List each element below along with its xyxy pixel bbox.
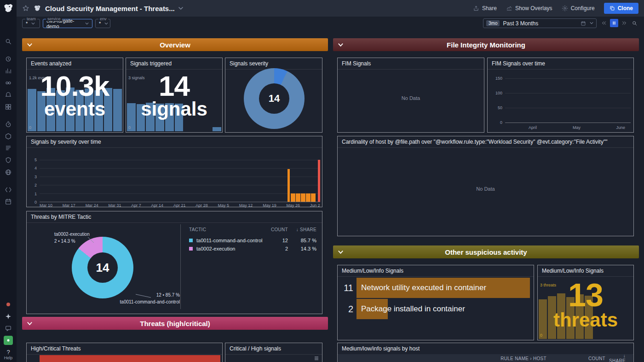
legend-row-execution[interactable]: ta0002-execution 2 14.3 %	[189, 245, 316, 253]
integrations-icon[interactable]	[0, 101, 17, 113]
ci-cd-icon[interactable]	[0, 184, 17, 196]
section-header-overview[interactable]: Overview	[22, 38, 328, 51]
toplist-bar-high-critical[interactable]	[40, 355, 220, 362]
widget-title: Signals triggered	[126, 58, 222, 70]
history-icon[interactable]	[0, 53, 17, 65]
time-controls	[600, 19, 638, 27]
toplist-rows: 11 Network utility executed in container…	[338, 278, 530, 320]
title-caret-icon[interactable]	[178, 7, 183, 10]
sparkles-icon[interactable]	[0, 310, 17, 322]
widget-threats-by-mitre-tactic[interactable]: Threats by MITRE Tactic 14 ta0002-execut…	[26, 211, 322, 314]
no-data-message: No Data	[338, 95, 484, 101]
series-swatch	[189, 247, 193, 251]
widget-medium-low-info-signals-value[interactable]: Medium/Low/Info Signals 3 threats 13 thr…	[537, 265, 634, 340]
favorite-star-icon[interactable]	[22, 5, 29, 12]
team-variable-select[interactable]: team *	[22, 19, 40, 28]
y-axis-labels: 543210	[27, 158, 37, 204]
severity-time-plot[interactable]	[40, 160, 320, 202]
widget-title: Medium/Low/Info Signals	[338, 265, 534, 277]
next-timeframe-icon[interactable]	[620, 19, 628, 27]
service-variable-select[interactable]: service cws-fargate-demo	[43, 19, 92, 28]
gear-icon	[562, 5, 568, 12]
chevron-down-icon	[31, 23, 35, 25]
widget-medium-low-info-signals-toplist[interactable]: Medium/Low/Info Signals 11 Network utili…	[337, 265, 534, 340]
datadog-dashboard-app: ? Help Cloud Security Management - Threa…	[0, 0, 644, 362]
env-variable-select[interactable]: env *	[95, 19, 110, 28]
widget-events-analyzed[interactable]: Events analyzed 1.2k events 10.3k events…	[26, 58, 123, 133]
widget-critical-high-signals[interactable]: Critical / High signals	[225, 343, 322, 362]
widget-high-critical-threats[interactable]: High/Critical Threats	[26, 343, 223, 362]
chevron-down-icon	[85, 23, 89, 25]
synthetics-icon[interactable]	[0, 166, 17, 178]
widget-signals-triggered[interactable]: Signals triggered 3 signals 14 signals 0	[126, 58, 223, 133]
org-avatar[interactable]	[0, 334, 17, 346]
security-icon[interactable]	[0, 154, 17, 166]
events-icon[interactable]	[0, 196, 17, 208]
show-overlays-button[interactable]: Show Overlays	[506, 5, 552, 12]
dashboard-logo-icon	[33, 4, 41, 12]
column-share[interactable]: ↓ SHARE	[605, 353, 626, 362]
severity-donut-chart[interactable]: 14	[244, 68, 305, 129]
previous-timeframe-icon[interactable]	[600, 19, 608, 27]
calendar-grid-icon[interactable]	[581, 21, 586, 26]
share-button[interactable]: Share	[473, 5, 497, 12]
help-menu[interactable]: ? Help	[4, 349, 13, 360]
widget-title: Medium/low/info signals by host	[338, 343, 633, 355]
list-view-icon[interactable]	[314, 356, 319, 361]
apm-icon[interactable]	[0, 118, 17, 130]
configure-button[interactable]: Configure	[562, 5, 595, 12]
help-icon: ?	[4, 349, 13, 356]
time-range-tag: 3mo	[486, 20, 500, 26]
overlays-icon	[506, 5, 512, 12]
infrastructure-icon[interactable]	[0, 130, 17, 142]
widget-cardinality-of-host[interactable]: Cardinality of host by @file.path over "…	[337, 136, 634, 236]
collapse-chevron-icon[interactable]	[338, 43, 344, 47]
time-range-picker[interactable]: 3mo Past 3 Months	[483, 18, 597, 28]
donut-callout-command-and-control: 12 • 85.7 % ta0011-command-and-control	[27, 292, 180, 305]
toplist-row-network-utility[interactable]: 11 Network utility executed in container	[341, 278, 530, 298]
dashboards-icon[interactable]	[0, 65, 17, 77]
widget-signals-by-severity-over-time[interactable]: Signals by severity over time 543210 Mar…	[26, 136, 322, 207]
column-rule-name-host[interactable]: RULE NAME › HOST	[500, 356, 546, 361]
toplist-row-package-installed[interactable]: 2 Package installed in container	[341, 299, 530, 319]
collapse-chevron-icon[interactable]	[27, 321, 33, 326]
logs-icon[interactable]	[0, 142, 17, 154]
collapse-chevron-icon[interactable]	[338, 250, 344, 254]
datadog-logo[interactable]	[2, 2, 14, 14]
fim-time-plot[interactable]	[505, 78, 631, 123]
legend-header-row: TACTIC COUNT ↓ SHARE	[189, 226, 316, 233]
chevron-down-icon[interactable]	[590, 22, 593, 24]
section-header-file-integrity[interactable]: File Integrity Monitoring	[333, 38, 639, 51]
widget-signals-severity[interactable]: Signals severity 14	[225, 58, 322, 133]
legend-row-command-and-control[interactable]: ta0011-command-and-control 12 85.7 %	[189, 236, 316, 245]
pause-button[interactable]	[610, 19, 618, 27]
query-value: 14 signals	[126, 72, 222, 119]
zoom-time-icon[interactable]	[630, 19, 638, 27]
series-swatch	[189, 239, 193, 242]
column-count[interactable]: COUNT	[546, 356, 605, 361]
search-icon[interactable]	[0, 35, 17, 47]
section-header-other-suspicious[interactable]: Other suspicious activity	[333, 245, 639, 258]
monitors-icon[interactable]	[0, 89, 17, 101]
watchdog-icon[interactable]	[0, 77, 17, 89]
clone-button[interactable]: Clone	[604, 3, 638, 14]
mitre-legend-table: TACTIC COUNT ↓ SHARE ta0011-command-and-…	[181, 222, 322, 314]
global-nav-sidebar: ? Help	[0, 0, 17, 362]
widget-title: FIM Signals over time	[488, 58, 633, 70]
collapse-chevron-icon[interactable]	[27, 43, 33, 47]
widget-title: FIM Signals	[338, 58, 484, 70]
sort-desc-icon: ↓	[623, 353, 626, 358]
widget-medium-low-info-signals-by-host[interactable]: Medium/low/info signals by host RULE NAM…	[337, 343, 634, 362]
sort-desc-icon: ↓	[296, 227, 299, 232]
widget-fim-signals[interactable]: FIM Signals No Data	[337, 58, 484, 133]
donut-center-value: 14	[259, 83, 289, 114]
mitre-donut-chart[interactable]: 14	[72, 237, 133, 298]
bits-ai-icon[interactable]	[0, 298, 17, 310]
query-value: 10.3k events	[27, 72, 123, 119]
section-header-threats-high-critical[interactable]: Threats (high/critical)	[22, 317, 328, 330]
share-icon	[473, 5, 479, 12]
widget-fim-signals-over-time[interactable]: FIM Signals over time 150100500 April Ma…	[487, 58, 634, 133]
feedback-icon[interactable]	[0, 322, 17, 334]
time-range-label: Past 3 Months	[503, 20, 538, 27]
widget-title: Medium/Low/Info Signals	[538, 265, 633, 277]
